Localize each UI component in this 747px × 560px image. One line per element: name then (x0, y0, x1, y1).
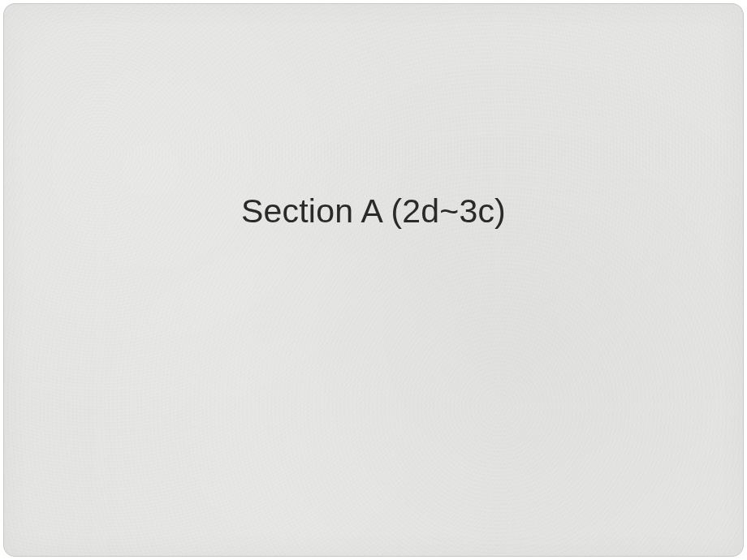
slide-card: Section A (2d~3c) (3, 3, 744, 557)
slide-title: Section A (2d~3c) (4, 192, 743, 230)
